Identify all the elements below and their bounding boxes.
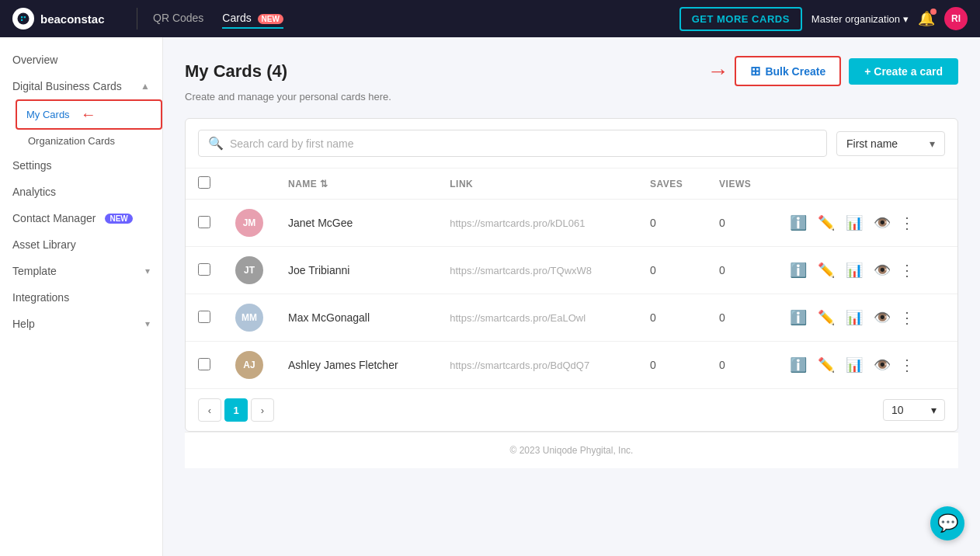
edit-icon-3[interactable]: ✏️ (815, 354, 837, 376)
table-row: JT Joe Tribianni https://smartcards.pro/… (186, 247, 957, 294)
more-icon-2[interactable]: ⋮ (899, 308, 915, 327)
logo[interactable]: beaconstac (12, 8, 121, 30)
sidebar-item-asset-library[interactable]: Asset Library (0, 231, 162, 258)
edit-icon-1[interactable]: ✏️ (815, 259, 837, 281)
page-subtitle: Create and manage your personal cards he… (185, 91, 958, 103)
row-actions-0: ℹ️ ✏️ 📊 👁️ ⋮ (787, 212, 945, 234)
more-icon-0[interactable]: ⋮ (899, 214, 915, 232)
row-actions-3: ℹ️ ✏️ 📊 👁️ ⋮ (787, 354, 945, 376)
user-avatar-0: JM (235, 209, 263, 237)
more-icon-3[interactable]: ⋮ (899, 356, 915, 374)
cards-table: NAME ⇅ LINK SAVES VIEWS JM (186, 169, 957, 388)
pagination-row: ‹ 1 › 10 ▾ (186, 388, 957, 431)
cards-panel: 🔍 First name ▾ NAME (185, 118, 958, 432)
user-name-0: Janet McGee (288, 217, 353, 229)
edit-icon-0[interactable]: ✏️ (815, 212, 837, 234)
topnav-right: GET MORE CARDS Master organization ▾ 🔔 R… (679, 7, 968, 31)
row-actions-2: ℹ️ ✏️ 📊 👁️ ⋮ (787, 307, 945, 328)
page-title: My Cards (4) (185, 61, 287, 82)
row-checkbox-0[interactable] (198, 216, 210, 228)
info-icon-1[interactable]: ℹ️ (787, 259, 809, 281)
chat-icon: 💬 (937, 513, 958, 533)
search-input[interactable] (230, 137, 817, 150)
bulk-create-button[interactable]: ⊞ Bulk Create (735, 56, 841, 86)
get-more-cards-button[interactable]: GET MORE CARDS (679, 7, 802, 31)
edit-icon-2[interactable]: ✏️ (815, 307, 837, 328)
search-row: 🔍 First name ▾ (186, 119, 957, 169)
pagination-controls: ‹ 1 › (198, 398, 274, 422)
more-icon-1[interactable]: ⋮ (899, 261, 915, 280)
sidebar-item-digital-business-cards[interactable]: Digital Business Cards ▲ (0, 73, 162, 99)
header-actions: → ⊞ Bulk Create + Create a card (707, 56, 958, 86)
analytics-icon-3[interactable]: 📊 (843, 354, 865, 376)
chat-bubble[interactable]: 💬 (930, 506, 964, 540)
sidebar-item-help[interactable]: Help ▾ (0, 311, 162, 337)
info-icon-3[interactable]: ℹ️ (787, 354, 809, 376)
user-avatar[interactable]: RI (944, 7, 968, 30)
topnav: beaconstac QR Codes Cards NEW GET MORE C… (0, 0, 980, 37)
notifications-bell[interactable]: 🔔 (918, 10, 935, 27)
sidebar-item-settings[interactable]: Settings (0, 152, 162, 179)
preview-icon-2[interactable]: 👁️ (871, 307, 893, 328)
info-icon-2[interactable]: ℹ️ (787, 307, 809, 328)
preview-icon-3[interactable]: 👁️ (871, 354, 893, 376)
arrow-left-icon: ← (81, 106, 96, 123)
sidebar-item-my-cards[interactable]: My Cards ← (16, 99, 162, 130)
analytics-icon-1[interactable]: 📊 (843, 259, 865, 281)
per-page-select[interactable]: 10 ▾ (883, 399, 945, 421)
search-icon: 🔍 (208, 136, 224, 151)
row-checkbox-1[interactable] (198, 263, 210, 276)
row-checkbox-2[interactable] (198, 311, 210, 323)
analytics-icon-2[interactable]: 📊 (843, 307, 865, 328)
user-name-2: Max McGonagall (288, 311, 370, 324)
layout: Overview Digital Business Cards ▲ My Car… (0, 37, 980, 556)
sidebar-item-integrations[interactable]: Integrations (0, 284, 162, 311)
pagination-next[interactable]: › (251, 398, 274, 422)
col-views: VIEWS (707, 169, 775, 200)
col-name: NAME ⇅ (276, 169, 437, 200)
user-link-0[interactable]: https://smartcards.pro/kDL061 (450, 217, 585, 229)
col-link: LINK (437, 169, 638, 200)
bulk-create-section: → ⊞ Bulk Create (707, 56, 841, 86)
user-name-3: Ashley James Fletcher (288, 359, 398, 371)
views-1: 0 (719, 264, 725, 276)
views-0: 0 (719, 217, 725, 229)
analytics-icon-0[interactable]: 📊 (843, 212, 865, 234)
col-saves: SAVES (638, 169, 707, 200)
saves-2: 0 (650, 311, 656, 324)
pagination-page-1[interactable]: 1 (224, 398, 248, 422)
create-card-button[interactable]: + Create a card (849, 58, 958, 85)
chevron-down-icon: ▾ (145, 266, 150, 276)
sidebar-item-contact-manager[interactable]: Contact Manager NEW (0, 205, 162, 231)
info-icon-0[interactable]: ℹ️ (787, 212, 809, 234)
user-link-2[interactable]: https://smartcards.pro/EaLOwl (450, 312, 586, 324)
pagination-prev[interactable]: ‹ (198, 398, 221, 422)
row-checkbox-3[interactable] (198, 358, 210, 370)
nav-cards[interactable]: Cards NEW (222, 9, 283, 29)
saves-0: 0 (650, 217, 656, 229)
search-input-wrap[interactable]: 🔍 (198, 130, 827, 157)
sidebar-item-organization-cards[interactable]: Organization Cards (16, 130, 162, 152)
org-selector[interactable]: Master organization ▾ (811, 13, 909, 25)
user-avatar-3: AJ (235, 351, 263, 379)
nav-qr-codes[interactable]: QR Codes (153, 9, 203, 29)
per-page-value: 10 (891, 404, 904, 416)
contact-manager-badge: NEW (105, 214, 132, 224)
main-content: My Cards (4) → ⊞ Bulk Create + Create a … (163, 37, 980, 556)
sort-icon[interactable]: ⇅ (320, 179, 328, 189)
sidebar-item-template[interactable]: Template ▾ (0, 258, 162, 284)
filter-select[interactable]: First name ▾ (836, 131, 945, 156)
preview-icon-0[interactable]: 👁️ (871, 212, 893, 234)
nav-divider (137, 8, 137, 30)
table-row: JM Janet McGee https://smartcards.pro/kD… (186, 200, 957, 247)
sidebar-item-analytics[interactable]: Analytics (0, 179, 162, 205)
sidebar-item-overview[interactable]: Overview (0, 47, 162, 73)
per-page-chevron: ▾ (931, 404, 937, 416)
user-link-1[interactable]: https://smartcards.pro/TQwxW8 (450, 265, 592, 276)
bulk-icon: ⊞ (750, 64, 760, 78)
user-link-3[interactable]: https://smartcards.pro/BdQdQ7 (450, 360, 589, 371)
user-name-1: Joe Tribianni (288, 264, 349, 276)
saves-1: 0 (650, 264, 656, 276)
select-all-checkbox[interactable] (198, 176, 210, 189)
preview-icon-1[interactable]: 👁️ (871, 259, 893, 281)
